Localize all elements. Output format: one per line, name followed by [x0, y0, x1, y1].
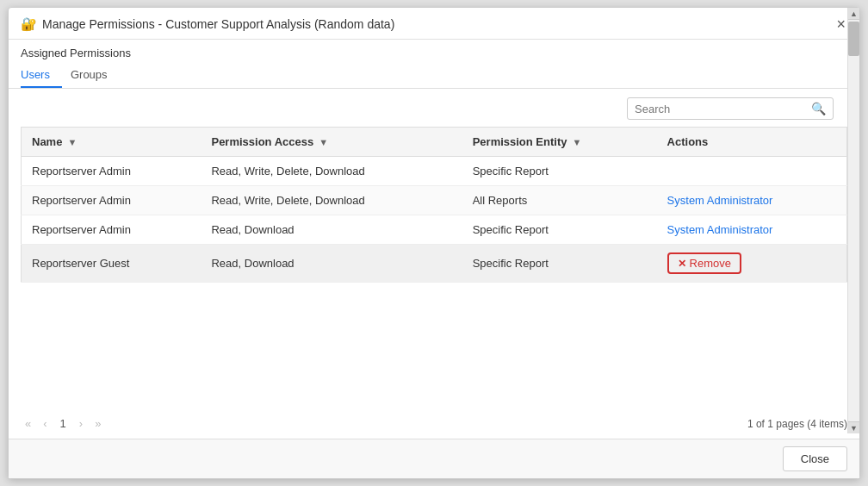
close-footer-button[interactable]: Close: [783, 446, 847, 471]
permission-access-filter-icon[interactable]: ▼: [319, 137, 328, 147]
search-icon[interactable]: 🔍: [811, 102, 826, 115]
cell-name: Reportserver Guest: [22, 245, 202, 283]
current-page: 1: [55, 415, 71, 432]
next-page-button[interactable]: ›: [75, 415, 87, 432]
table-wrapper: Name ▼ Permission Access ▼: [9, 127, 859, 408]
cell-action: System Administrator: [657, 186, 847, 215]
permissions-icon: 🔐: [21, 16, 37, 32]
scrollbar-thumb[interactable]: [848, 22, 859, 56]
modal-title-row: 🔐 Manage Permissions - Customer Support …: [21, 16, 394, 32]
modal-footer: Close: [9, 439, 859, 478]
modal-title: Manage Permissions - Customer Support An…: [42, 17, 394, 31]
search-input[interactable]: [635, 103, 811, 115]
permission-entity-filter-icon[interactable]: ▼: [572, 137, 581, 147]
tabs-container: Users Groups: [9, 63, 859, 89]
cell-permission-entity: Specific Report: [462, 157, 657, 186]
manage-permissions-modal: 🔐 Manage Permissions - Customer Support …: [8, 7, 860, 479]
prev-page-button[interactable]: ‹: [39, 415, 51, 432]
tab-groups[interactable]: Groups: [71, 63, 120, 88]
cell-permission-entity: All Reports: [462, 186, 657, 215]
cell-permission-access: Read, Write, Delete, Download: [201, 157, 462, 186]
page-controls: « ‹ 1 › »: [21, 415, 105, 432]
table-row: Reportserver AdminRead, Write, Delete, D…: [22, 157, 847, 186]
last-page-button[interactable]: »: [90, 415, 105, 432]
pagination-row: « ‹ 1 › » 1 of 1 pages (4 items): [9, 408, 859, 439]
cell-name: Reportserver Admin: [22, 186, 202, 215]
col-permission-entity: Permission Entity ▼: [462, 128, 657, 157]
action-link[interactable]: System Administrator: [667, 223, 773, 236]
action-link[interactable]: System Administrator: [667, 194, 773, 207]
cell-action: ✕ Remove: [657, 245, 847, 283]
content-area: 🔍 Name ▼: [9, 89, 859, 439]
cell-permission-access: Read, Download: [201, 215, 462, 245]
scrollbar-down-button[interactable]: ▼: [848, 421, 859, 433]
modal-close-button[interactable]: ×: [834, 16, 847, 32]
tab-users[interactable]: Users: [21, 63, 62, 88]
table-header-row: Name ▼ Permission Access ▼: [22, 128, 847, 157]
remove-button[interactable]: ✕ Remove: [667, 252, 741, 274]
cell-action: [657, 157, 847, 186]
col-actions: Actions: [657, 128, 847, 157]
cell-permission-entity: Specific Report: [462, 245, 657, 283]
cell-action: System Administrator: [657, 215, 847, 245]
permissions-table: Name ▼ Permission Access ▼: [21, 127, 847, 283]
search-box: 🔍: [627, 97, 834, 120]
table-body: Reportserver AdminRead, Write, Delete, D…: [22, 157, 847, 283]
first-page-button[interactable]: «: [21, 415, 35, 432]
search-row: 🔍: [9, 89, 859, 127]
cell-permission-access: Read, Write, Delete, Download: [201, 186, 462, 215]
table-row: Reportserver AdminRead, Write, Delete, D…: [22, 186, 847, 215]
scrollbar-track: ▲ ▼: [847, 8, 859, 433]
cell-permission-access: Read, Download: [201, 245, 462, 283]
cell-name: Reportserver Admin: [22, 157, 202, 186]
name-filter-icon[interactable]: ▼: [67, 137, 77, 147]
col-permission-access: Permission Access ▼: [201, 128, 462, 157]
modal-body: Assigned Permissions Users Groups 🔍: [9, 40, 859, 439]
remove-x-icon: ✕: [678, 258, 686, 270]
assigned-permissions-label: Assigned Permissions: [9, 40, 859, 63]
page-info: 1 of 1 pages (4 items): [747, 418, 847, 430]
scrollbar-up-button[interactable]: ▲: [848, 8, 859, 20]
cell-name: Reportserver Admin: [22, 215, 202, 245]
table-row: Reportserver GuestRead, DownloadSpecific…: [22, 245, 847, 283]
col-name: Name ▼: [22, 128, 202, 157]
modal-header: 🔐 Manage Permissions - Customer Support …: [9, 8, 859, 40]
table-row: Reportserver AdminRead, DownloadSpecific…: [22, 215, 847, 245]
cell-permission-entity: Specific Report: [462, 215, 657, 245]
